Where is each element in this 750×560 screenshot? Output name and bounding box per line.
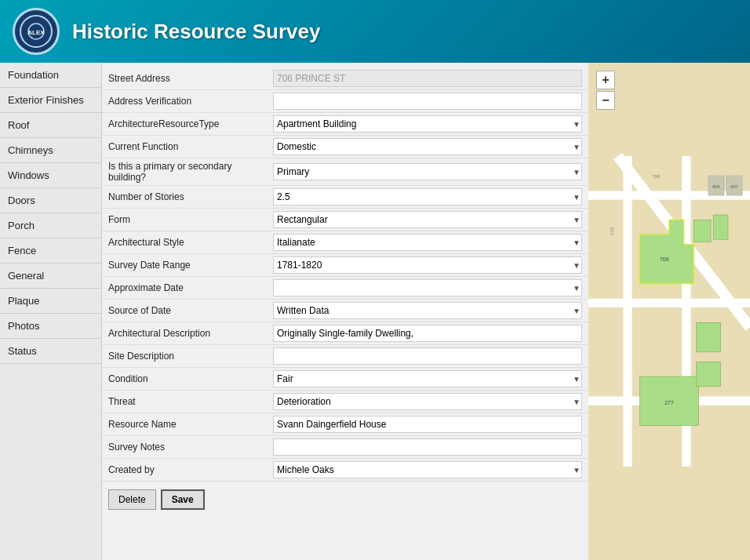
input-11[interactable] bbox=[273, 325, 582, 342]
field-label-2: ArchitectureResourceType bbox=[108, 118, 273, 129]
field-value-15 bbox=[273, 416, 582, 433]
field-label-13: Condition bbox=[108, 373, 273, 384]
svg-text:ALEX: ALEX bbox=[27, 29, 45, 36]
delete-button[interactable]: Delete bbox=[108, 489, 156, 510]
select-5[interactable]: 2.5 bbox=[273, 188, 582, 205]
main-container: FoundationExterior FinishesRoofChimneysW… bbox=[0, 63, 750, 560]
field-label-7: Architectural Style bbox=[108, 237, 273, 248]
field-value-0 bbox=[273, 70, 582, 87]
form-row-7: Architectural StyleItalianate▼ bbox=[102, 231, 588, 254]
select-3[interactable]: Domestic bbox=[273, 138, 582, 155]
select-2[interactable]: Apartment Building bbox=[273, 115, 582, 133]
app-header: ALEX Historic Resource Survey bbox=[0, 0, 750, 63]
field-label-10: Source of Date bbox=[108, 305, 273, 316]
zoom-in-button[interactable]: + bbox=[596, 71, 615, 89]
sidebar-item-exterior-finishes[interactable]: Exterior Finishes bbox=[0, 88, 101, 113]
field-value-14: Deterioration▼ bbox=[273, 393, 582, 410]
field-label-4: Is this a primary or secondary building? bbox=[108, 161, 273, 183]
app-title: Historic Resource Survey bbox=[72, 20, 320, 44]
form-row-17: Created byMichele Oaks▼ bbox=[102, 459, 588, 482]
select-4[interactable]: Primary bbox=[273, 163, 582, 180]
input-15[interactable] bbox=[273, 416, 582, 433]
form-row-4: Is this a primary or secondary building?… bbox=[102, 158, 588, 186]
form-row-13: ConditionFair▼ bbox=[102, 368, 588, 391]
svg-text:277: 277 bbox=[664, 400, 674, 405]
field-value-9: ▼ bbox=[273, 279, 582, 296]
field-label-17: Created by bbox=[108, 464, 273, 475]
field-value-16 bbox=[273, 438, 582, 456]
sidebar-item-general[interactable]: General bbox=[0, 264, 101, 289]
form-row-12: Site Description bbox=[102, 345, 588, 368]
select-10[interactable]: Written Data bbox=[273, 302, 582, 319]
field-value-2: Apartment Building▼ bbox=[273, 115, 582, 133]
field-label-14: Threat bbox=[108, 396, 273, 407]
form-row-10: Source of DateWritten Data▼ bbox=[102, 300, 588, 322]
select-17[interactable]: Michele Oaks bbox=[273, 461, 582, 478]
input-16[interactable] bbox=[273, 438, 582, 456]
form-row-11: Architectural Description bbox=[102, 322, 588, 345]
form-row-6: FormRectangular▼ bbox=[102, 209, 588, 231]
field-label-3: Current Function bbox=[108, 141, 273, 152]
sidebar-item-status[interactable]: Status bbox=[0, 339, 101, 364]
field-label-9: Approximate Date bbox=[108, 282, 273, 293]
field-value-4: Primary▼ bbox=[273, 163, 582, 180]
field-value-1 bbox=[273, 93, 582, 110]
save-button[interactable]: Save bbox=[161, 489, 205, 510]
input-0 bbox=[273, 70, 582, 87]
form-row-5: Number of Stories2.5▼ bbox=[102, 186, 588, 209]
select-7[interactable]: Italianate bbox=[273, 234, 582, 251]
sidebar-item-photos[interactable]: Photos bbox=[0, 314, 101, 339]
city-logo: ALEX bbox=[13, 8, 60, 55]
map-controls: + − bbox=[596, 71, 615, 110]
form-row-14: ThreatDeterioration▼ bbox=[102, 391, 588, 413]
form-row-1: Address Verification bbox=[102, 90, 588, 113]
field-value-13: Fair▼ bbox=[273, 370, 582, 387]
sidebar-item-foundation[interactable]: Foundation bbox=[0, 63, 101, 88]
field-value-7: Italianate▼ bbox=[273, 234, 582, 251]
field-label-0: Street Address bbox=[108, 73, 273, 84]
field-value-6: Rectangular▼ bbox=[273, 211, 582, 228]
form-row-9: Approximate Date▼ bbox=[102, 277, 588, 300]
field-label-8: Survey Date Range bbox=[108, 260, 273, 271]
svg-text:906: 906 bbox=[712, 184, 719, 189]
select-9[interactable] bbox=[273, 279, 582, 296]
field-label-11: Architectural Description bbox=[108, 328, 273, 339]
field-label-12: Site Description bbox=[108, 351, 273, 362]
sidebar-item-plaque[interactable]: Plaque bbox=[0, 289, 101, 314]
svg-rect-22 bbox=[696, 322, 720, 351]
select-13[interactable]: Fair bbox=[273, 370, 582, 387]
form-buttons: Delete Save bbox=[102, 482, 588, 518]
form-row-8: Survey Date Range1781-1820▼ bbox=[102, 254, 588, 277]
select-6[interactable]: Rectangular bbox=[273, 211, 582, 228]
sidebar-item-fence[interactable]: Fence bbox=[0, 238, 101, 264]
svg-rect-14 bbox=[694, 220, 711, 242]
map-area: + − 201 798 706 bbox=[588, 63, 750, 560]
input-12[interactable] bbox=[273, 347, 582, 365]
svg-text:201: 201 bbox=[610, 227, 615, 236]
sidebar: FoundationExterior FinishesRoofChimneysW… bbox=[0, 63, 102, 560]
form-row-0: Street Address bbox=[102, 67, 588, 90]
svg-text:706: 706 bbox=[660, 256, 669, 262]
form-row-16: Survey Notes bbox=[102, 436, 588, 459]
field-label-5: Number of Stories bbox=[108, 191, 273, 202]
sidebar-item-roof[interactable]: Roof bbox=[0, 113, 101, 138]
select-14[interactable]: Deterioration bbox=[273, 393, 582, 410]
field-label-15: Resource Name bbox=[108, 419, 273, 430]
input-1[interactable] bbox=[273, 93, 582, 110]
sidebar-item-windows[interactable]: Windows bbox=[0, 163, 101, 188]
sidebar-item-doors[interactable]: Doors bbox=[0, 188, 101, 213]
form-area: Street AddressAddress VerificationArchit… bbox=[102, 63, 588, 560]
map-svg: 201 798 706 906 907 277 bbox=[588, 63, 750, 560]
field-value-17: Michele Oaks▼ bbox=[273, 461, 582, 478]
sidebar-item-chimneys[interactable]: Chimneys bbox=[0, 138, 101, 163]
form-row-15: Resource Name bbox=[102, 413, 588, 436]
svg-rect-15 bbox=[713, 215, 728, 239]
sidebar-item-porch[interactable]: Porch bbox=[0, 213, 101, 238]
field-value-12 bbox=[273, 347, 582, 365]
field-label-6: Form bbox=[108, 214, 273, 225]
zoom-out-button[interactable]: − bbox=[596, 91, 615, 110]
svg-rect-23 bbox=[696, 362, 720, 386]
form-row-2: ArchitectureResourceTypeApartment Buildi… bbox=[102, 113, 588, 136]
select-8[interactable]: 1781-1820 bbox=[273, 256, 582, 274]
svg-text:907: 907 bbox=[730, 184, 737, 189]
